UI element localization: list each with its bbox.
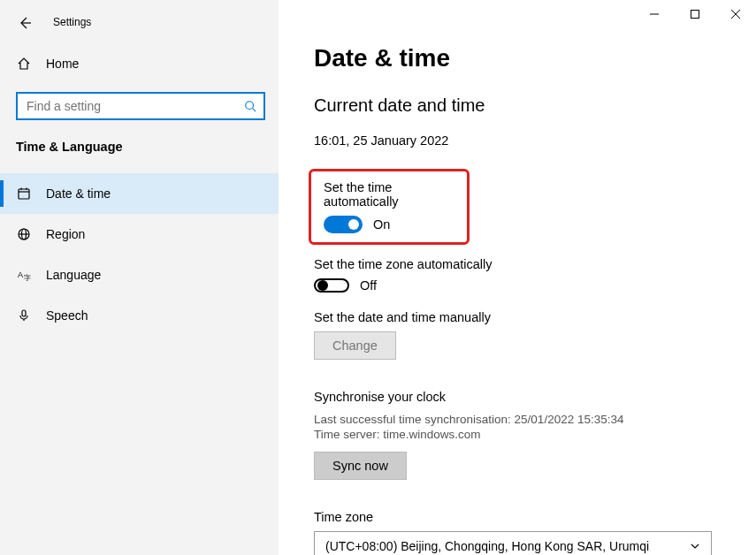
- toggle-track: [314, 278, 349, 293]
- set-tz-auto-toggle[interactable]: Off: [314, 278, 712, 293]
- highlight-set-time-auto: Set the time automatically On: [309, 169, 470, 245]
- main-content: Date & time Current date and time 16:01,…: [279, 0, 756, 555]
- set-time-auto-label: Set the time automatically: [324, 180, 454, 209]
- sidebar-item-label: Region: [46, 227, 85, 241]
- sidebar-item-date-time[interactable]: Date & time: [0, 173, 279, 214]
- back-arrow-icon: [18, 16, 32, 30]
- content-pane: Date & time Current date and time 16:01,…: [279, 0, 756, 555]
- manual-label: Set the date and time manually: [314, 310, 712, 324]
- sync-server: Time server: time.windows.com: [314, 428, 712, 441]
- timezone-select[interactable]: (UTC+08:00) Beijing, Chongqing, Hong Kon…: [314, 531, 712, 555]
- sidebar-item-region[interactable]: Region: [0, 214, 279, 255]
- set-tz-auto-block: Set the time zone automatically Off: [314, 257, 712, 293]
- toggle-state-label: On: [373, 217, 390, 232]
- sidebar-item-home[interactable]: Home: [16, 57, 79, 71]
- timezone-value: (UTC+08:00) Beijing, Chongqing, Hong Kon…: [325, 539, 649, 553]
- search-box[interactable]: [16, 92, 265, 120]
- sidebar-section-title: Time & Language: [16, 140, 123, 154]
- toggle-track: [324, 216, 363, 233]
- manual-block: Set the date and time manually Change: [314, 310, 712, 360]
- set-time-auto-toggle[interactable]: On: [324, 216, 454, 233]
- timezone-block: Time zone (UTC+08:00) Beijing, Chongqing…: [314, 510, 712, 555]
- language-icon: A字: [16, 268, 32, 282]
- toggle-state-label: Off: [360, 278, 377, 293]
- sidebar-item-language[interactable]: A字 Language: [0, 255, 279, 295]
- svg-rect-11: [22, 310, 26, 316]
- sync-heading: Synchronise your clock: [314, 390, 712, 404]
- svg-point-0: [246, 102, 254, 110]
- sidebar-item-speech[interactable]: Speech: [0, 295, 279, 336]
- home-icon: [16, 57, 32, 71]
- sync-block: Synchronise your clock Last successful t…: [314, 390, 712, 480]
- chevron-down-icon: [690, 541, 700, 551]
- set-tz-auto-label: Set the time zone automatically: [314, 257, 712, 271]
- close-button[interactable]: [715, 0, 756, 28]
- current-datetime-value: 16:01, 25 January 2022: [314, 133, 712, 148]
- maximize-button[interactable]: [675, 0, 715, 28]
- microphone-icon: [16, 308, 32, 323]
- timezone-label: Time zone: [314, 510, 712, 524]
- sidebar-pane: Settings Home Time & Language Date & tim…: [0, 0, 279, 555]
- sidebar-nav: Date & time Region A字 Language Speech: [0, 173, 279, 336]
- svg-rect-14: [691, 11, 699, 19]
- sidebar-item-label: Speech: [46, 308, 88, 323]
- sidebar-item-label: Language: [46, 268, 101, 282]
- page-title: Date & time: [314, 44, 712, 72]
- svg-text:A: A: [18, 270, 23, 279]
- calendar-icon: [16, 186, 32, 201]
- toggle-knob: [348, 219, 359, 230]
- globe-icon: [16, 227, 32, 241]
- search-input[interactable]: [18, 99, 237, 113]
- sync-now-button[interactable]: Sync now: [314, 452, 407, 480]
- change-button[interactable]: Change: [314, 331, 396, 360]
- back-button[interactable]: [18, 16, 35, 34]
- app-title: Settings: [53, 16, 91, 28]
- settings-window: Settings Home Time & Language Date & tim…: [0, 0, 756, 555]
- minimize-button[interactable]: [634, 0, 675, 28]
- svg-rect-2: [19, 189, 29, 199]
- section-current-datetime: Current date and time: [314, 95, 712, 116]
- svg-text:字: 字: [24, 274, 31, 282]
- home-label: Home: [46, 57, 79, 71]
- svg-line-1: [253, 109, 256, 112]
- toggle-knob: [317, 280, 328, 291]
- maximize-icon: [691, 10, 699, 19]
- window-controls: [634, 0, 756, 28]
- sidebar-item-label: Date & time: [46, 186, 111, 201]
- minimize-icon: [650, 10, 659, 19]
- close-icon: [731, 10, 740, 19]
- sync-last: Last successful time synchronisation: 25…: [314, 413, 712, 426]
- search-icon: [237, 100, 263, 112]
